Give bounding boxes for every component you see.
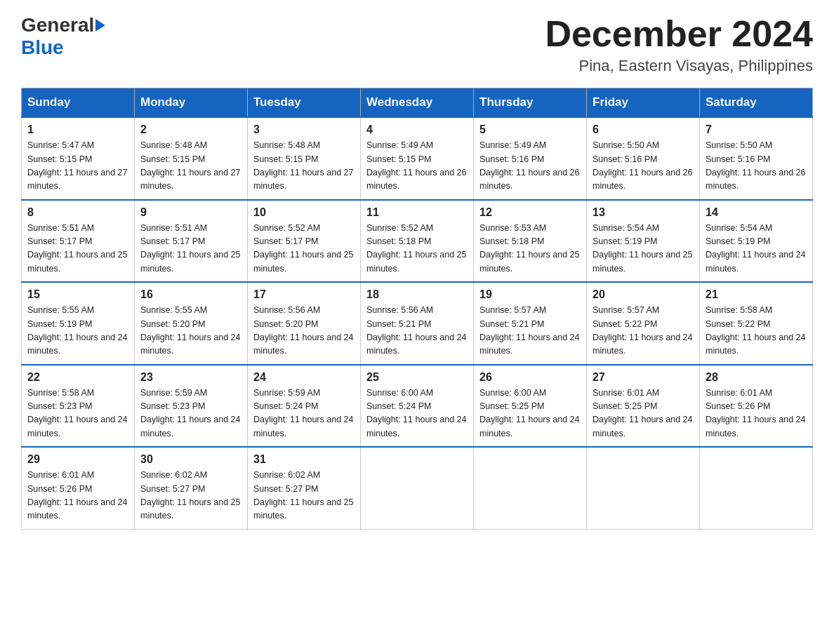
table-row — [361, 447, 474, 529]
col-monday: Monday — [135, 88, 248, 118]
table-row: 11 Sunrise: 5:52 AM Sunset: 5:18 PM Dayl… — [361, 200, 474, 283]
day-number: 6 — [593, 123, 694, 136]
col-sunday: Sunday — [22, 88, 135, 118]
day-info: Sunrise: 5:59 AM Sunset: 5:23 PM Dayligh… — [140, 387, 241, 441]
day-number: 14 — [706, 206, 807, 219]
day-number: 12 — [479, 206, 581, 219]
day-number: 17 — [253, 288, 355, 301]
table-row: 3 Sunrise: 5:48 AM Sunset: 5:15 PM Dayli… — [248, 117, 361, 200]
table-row: 28 Sunrise: 6:01 AM Sunset: 5:26 PM Dayl… — [700, 365, 813, 448]
table-row: 20 Sunrise: 5:57 AM Sunset: 5:22 PM Dayl… — [587, 282, 700, 365]
table-row — [700, 447, 813, 529]
day-number: 13 — [593, 206, 694, 219]
logo-arrow-icon — [95, 19, 105, 32]
table-row: 30 Sunrise: 6:02 AM Sunset: 5:27 PM Dayl… — [135, 447, 248, 529]
table-row: 12 Sunrise: 5:53 AM Sunset: 5:18 PM Dayl… — [474, 200, 587, 283]
day-info: Sunrise: 6:00 AM Sunset: 5:24 PM Dayligh… — [366, 387, 468, 441]
location-subtitle: Pina, Eastern Visayas, Philippines — [545, 57, 813, 75]
table-row: 5 Sunrise: 5:49 AM Sunset: 5:16 PM Dayli… — [474, 117, 587, 200]
day-number: 24 — [253, 371, 355, 384]
day-number: 3 — [253, 123, 355, 136]
table-row: 6 Sunrise: 5:50 AM Sunset: 5:16 PM Dayli… — [587, 117, 700, 200]
day-number: 20 — [593, 288, 694, 301]
day-info: Sunrise: 5:49 AM Sunset: 5:16 PM Dayligh… — [479, 139, 581, 194]
table-row: 14 Sunrise: 5:54 AM Sunset: 5:19 PM Dayl… — [700, 200, 813, 283]
day-info: Sunrise: 5:55 AM Sunset: 5:20 PM Dayligh… — [140, 304, 241, 358]
table-row: 13 Sunrise: 5:54 AM Sunset: 5:19 PM Dayl… — [587, 200, 700, 283]
day-number: 22 — [27, 371, 128, 384]
day-number: 31 — [253, 453, 355, 466]
day-info: Sunrise: 5:57 AM Sunset: 5:22 PM Dayligh… — [593, 304, 694, 358]
table-row: 26 Sunrise: 6:00 AM Sunset: 5:25 PM Dayl… — [474, 365, 587, 448]
day-number: 28 — [706, 371, 807, 384]
day-number: 23 — [140, 371, 241, 384]
day-info: Sunrise: 5:51 AM Sunset: 5:17 PM Dayligh… — [140, 222, 241, 276]
day-info: Sunrise: 5:48 AM Sunset: 5:15 PM Dayligh… — [253, 139, 355, 194]
table-row: 22 Sunrise: 5:58 AM Sunset: 5:23 PM Dayl… — [22, 365, 135, 448]
calendar-week-row: 8 Sunrise: 5:51 AM Sunset: 5:17 PM Dayli… — [22, 200, 813, 283]
day-info: Sunrise: 5:50 AM Sunset: 5:16 PM Dayligh… — [593, 139, 694, 194]
table-row: 21 Sunrise: 5:58 AM Sunset: 5:22 PM Dayl… — [700, 282, 813, 365]
day-info: Sunrise: 5:49 AM Sunset: 5:15 PM Dayligh… — [366, 139, 468, 194]
logo-general-text: General — [21, 14, 94, 36]
day-info: Sunrise: 5:53 AM Sunset: 5:18 PM Dayligh… — [479, 222, 581, 276]
calendar-week-row: 22 Sunrise: 5:58 AM Sunset: 5:23 PM Dayl… — [22, 365, 813, 448]
day-number: 19 — [479, 288, 581, 301]
day-info: Sunrise: 5:52 AM Sunset: 5:18 PM Dayligh… — [366, 222, 468, 276]
day-info: Sunrise: 5:58 AM Sunset: 5:22 PM Dayligh… — [706, 304, 807, 358]
day-number: 15 — [27, 288, 128, 301]
table-row: 9 Sunrise: 5:51 AM Sunset: 5:17 PM Dayli… — [135, 200, 248, 283]
table-row: 31 Sunrise: 6:02 AM Sunset: 5:27 PM Dayl… — [248, 447, 361, 529]
table-row — [587, 447, 700, 529]
table-row: 7 Sunrise: 5:50 AM Sunset: 5:16 PM Dayli… — [700, 117, 813, 200]
day-number: 5 — [479, 123, 581, 136]
day-number: 1 — [27, 123, 128, 136]
day-number: 27 — [593, 371, 694, 384]
day-info: Sunrise: 6:01 AM Sunset: 5:26 PM Dayligh… — [27, 469, 128, 523]
day-info: Sunrise: 6:00 AM Sunset: 5:25 PM Dayligh… — [479, 387, 581, 441]
day-info: Sunrise: 6:01 AM Sunset: 5:25 PM Dayligh… — [593, 387, 694, 441]
day-info: Sunrise: 5:56 AM Sunset: 5:20 PM Dayligh… — [253, 304, 355, 358]
day-number: 26 — [479, 371, 581, 384]
table-row: 17 Sunrise: 5:56 AM Sunset: 5:20 PM Dayl… — [248, 282, 361, 365]
table-row: 23 Sunrise: 5:59 AM Sunset: 5:23 PM Dayl… — [135, 365, 248, 448]
day-number: 9 — [140, 206, 241, 219]
table-row — [474, 447, 587, 529]
title-block: December 2024 Pina, Eastern Visayas, Phi… — [545, 14, 813, 75]
day-info: Sunrise: 5:59 AM Sunset: 5:24 PM Dayligh… — [253, 387, 355, 441]
calendar-week-row: 1 Sunrise: 5:47 AM Sunset: 5:15 PM Dayli… — [22, 117, 813, 200]
month-title: December 2024 — [545, 14, 813, 54]
day-info: Sunrise: 5:47 AM Sunset: 5:15 PM Dayligh… — [27, 139, 128, 194]
day-number: 25 — [366, 371, 468, 384]
day-info: Sunrise: 5:52 AM Sunset: 5:17 PM Dayligh… — [253, 222, 355, 276]
logo-blue-text: Blue — [21, 36, 64, 59]
col-friday: Friday — [587, 88, 700, 118]
page-header: General Blue December 2024 Pina, Eastern… — [21, 14, 813, 75]
col-thursday: Thursday — [474, 88, 587, 118]
table-row: 2 Sunrise: 5:48 AM Sunset: 5:15 PM Dayli… — [135, 117, 248, 200]
day-info: Sunrise: 5:56 AM Sunset: 5:21 PM Dayligh… — [366, 304, 468, 358]
logo: General Blue — [21, 14, 107, 59]
day-number: 30 — [140, 453, 241, 466]
table-row: 29 Sunrise: 6:01 AM Sunset: 5:26 PM Dayl… — [22, 447, 135, 529]
table-row: 16 Sunrise: 5:55 AM Sunset: 5:20 PM Dayl… — [135, 282, 248, 365]
day-info: Sunrise: 5:55 AM Sunset: 5:19 PM Dayligh… — [27, 304, 128, 358]
day-number: 21 — [706, 288, 807, 301]
day-number: 29 — [27, 453, 128, 466]
day-info: Sunrise: 5:48 AM Sunset: 5:15 PM Dayligh… — [140, 139, 241, 194]
day-number: 8 — [27, 206, 128, 219]
day-number: 2 — [140, 123, 241, 136]
table-row: 4 Sunrise: 5:49 AM Sunset: 5:15 PM Dayli… — [361, 117, 474, 200]
day-number: 10 — [253, 206, 355, 219]
day-info: Sunrise: 5:58 AM Sunset: 5:23 PM Dayligh… — [27, 387, 128, 441]
table-row: 8 Sunrise: 5:51 AM Sunset: 5:17 PM Dayli… — [22, 200, 135, 283]
col-tuesday: Tuesday — [248, 88, 361, 118]
day-info: Sunrise: 5:57 AM Sunset: 5:21 PM Dayligh… — [479, 304, 581, 358]
day-info: Sunrise: 6:02 AM Sunset: 5:27 PM Dayligh… — [140, 469, 241, 523]
day-info: Sunrise: 5:50 AM Sunset: 5:16 PM Dayligh… — [706, 139, 807, 194]
table-row: 24 Sunrise: 5:59 AM Sunset: 5:24 PM Dayl… — [248, 365, 361, 448]
day-info: Sunrise: 6:02 AM Sunset: 5:27 PM Dayligh… — [253, 469, 355, 523]
day-number: 16 — [140, 288, 241, 301]
table-row: 1 Sunrise: 5:47 AM Sunset: 5:15 PM Dayli… — [22, 117, 135, 200]
day-number: 18 — [366, 288, 468, 301]
